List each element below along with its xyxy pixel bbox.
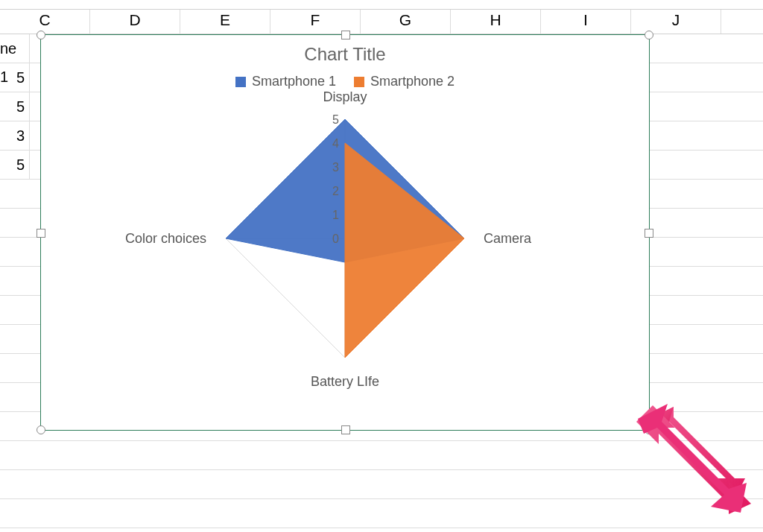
resize-handle-tl[interactable] <box>37 31 45 39</box>
col-head-C[interactable]: C <box>0 10 90 34</box>
chart-object[interactable]: Chart Title Smartphone 1 Smartphone 2 54… <box>40 34 650 431</box>
chart-plot-area[interactable]: 543210 Display Camera Battery LIfe Color… <box>41 89 649 387</box>
axis-label-left: Color choices <box>125 231 206 247</box>
svg-text:5: 5 <box>332 113 339 126</box>
resize-handle-b[interactable] <box>341 425 350 434</box>
svg-text:0: 0 <box>332 232 339 245</box>
axis-label-bottom: Battery LIfe <box>311 374 379 390</box>
svg-text:4: 4 <box>332 137 339 150</box>
legend-label-2: Smartphone 2 <box>370 74 455 89</box>
svg-text:3: 3 <box>332 161 339 174</box>
chart-legend[interactable]: Smartphone 1 Smartphone 2 <box>41 74 649 89</box>
axis-label-right: Camera <box>484 231 531 247</box>
col-head-I[interactable]: I <box>541 10 631 34</box>
cell-partial[interactable]: ne 1 <box>0 34 30 63</box>
svg-text:1: 1 <box>332 209 339 221</box>
axis-label-top: Display <box>323 89 367 105</box>
legend-swatch-1 <box>235 77 246 87</box>
cell-r2[interactable]: 5 <box>0 92 30 121</box>
svg-marker-6 <box>345 143 464 358</box>
legend-item-1[interactable]: Smartphone 1 <box>235 74 336 89</box>
resize-handle-tr[interactable] <box>645 31 653 39</box>
legend-label-1: Smartphone 1 <box>252 74 336 89</box>
cell-r3[interactable]: 3 <box>0 121 30 150</box>
col-head-D[interactable]: D <box>90 10 180 34</box>
svg-text:2: 2 <box>332 185 339 197</box>
col-head-G[interactable]: G <box>361 10 451 34</box>
cell-r4[interactable]: 5 <box>0 151 30 179</box>
resize-arrow-icon <box>630 399 757 526</box>
resize-handle-bl[interactable] <box>37 425 45 434</box>
resize-handle-t[interactable] <box>341 31 350 39</box>
chart-title[interactable]: Chart Title <box>41 44 649 65</box>
col-head-J[interactable]: J <box>631 10 721 34</box>
col-head-E[interactable]: E <box>180 10 270 34</box>
svg-marker-16 <box>638 404 747 513</box>
radar-svg: 543210 <box>189 89 501 387</box>
legend-swatch-2 <box>354 77 364 87</box>
cell-r1[interactable]: 5 <box>0 63 30 92</box>
legend-item-2[interactable]: Smartphone 2 <box>354 74 455 89</box>
col-head-H[interactable]: H <box>451 10 541 34</box>
